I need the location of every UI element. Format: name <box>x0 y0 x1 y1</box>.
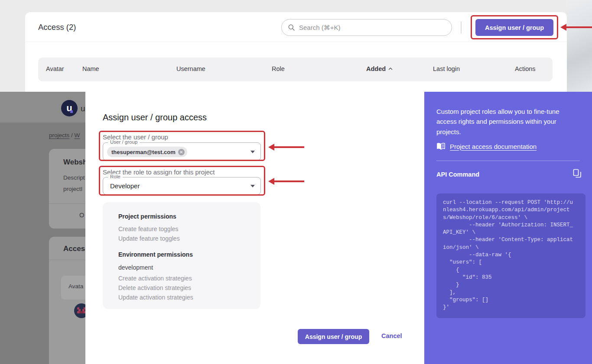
page: Access (2) Search (⌘+K) Assign user / gr… <box>0 0 592 364</box>
doc-link-row[interactable]: Project access documentation <box>436 142 537 150</box>
column-header-added-label: Added <box>366 65 386 72</box>
chevron-down-icon <box>250 185 255 187</box>
dimmed-projectid-text: projectI <box>63 186 82 192</box>
page-title: Access (2) <box>38 23 76 32</box>
sidebar-divider <box>436 161 580 161</box>
sort-ascending-icon <box>388 66 393 71</box>
copy-icon[interactable] <box>573 169 582 178</box>
search-input[interactable]: Search (⌘+K) <box>281 19 452 36</box>
column-header-added[interactable]: Added <box>366 65 393 72</box>
column-header-last-login[interactable]: Last login <box>433 65 460 72</box>
permission-item: Delete activation strategies <box>118 284 245 292</box>
environment-permissions-title: Environment permissions <box>118 251 245 258</box>
info-sidebar: Custom project roles allow you to fine-t… <box>424 92 592 364</box>
selected-user-chip[interactable]: thesuperman@test.com ✕ <box>107 147 187 157</box>
column-header-role[interactable]: Role <box>272 65 285 72</box>
api-command-code: curl --location --request POST 'http://u… <box>436 193 585 318</box>
dimmed-access-title: Acces <box>63 245 85 253</box>
header-divider <box>25 42 567 42</box>
column-header-username[interactable]: Username <box>176 65 205 72</box>
dimmed-project-title: Websh <box>63 158 87 167</box>
environment-name: development <box>118 264 245 271</box>
permission-item: Create feature toggles <box>118 225 245 233</box>
unleash-logo-icon: u <box>61 100 78 116</box>
chevron-down-icon <box>250 151 255 153</box>
column-header-name[interactable]: Name <box>82 65 99 72</box>
permission-item: Update feature toggles <box>118 235 245 242</box>
column-header-actions[interactable]: Actions <box>515 65 536 72</box>
cancel-button[interactable]: Cancel <box>381 332 402 339</box>
permission-item: Create activation strategies <box>118 274 245 282</box>
breadcrumb-projects: projects <box>49 132 69 139</box>
doc-link: Project access documentation <box>450 143 537 150</box>
search-icon <box>288 24 295 31</box>
access-page-section: Access (2) Search (⌘+K) Assign user / gr… <box>0 0 592 92</box>
breadcrumb-separator: / <box>71 132 73 139</box>
permissions-panel: Project permissions Create feature toggl… <box>103 202 260 309</box>
modal-title: Assign user / group access <box>103 113 207 122</box>
sidebar-description: Custom project roles allow you to fine-t… <box>436 106 580 137</box>
role-select[interactable]: Role Developer <box>103 177 261 195</box>
project-permissions-list: Create feature togglesUpdate feature tog… <box>118 225 245 242</box>
user-group-select[interactable]: User / group thesuperman@test.com ✕ <box>103 142 261 161</box>
book-icon <box>436 142 446 150</box>
role-selected-value: Developer <box>110 182 140 190</box>
selected-user-email: thesuperman@test.com <box>111 149 176 155</box>
background-texture <box>566 0 592 92</box>
toolbar-divider <box>461 22 462 33</box>
role-field-label: Role <box>108 174 123 179</box>
assign-submit-button[interactable]: Assign user / group <box>298 329 369 344</box>
dimmed-description-text: Descript <box>63 174 85 181</box>
assign-user-group-button[interactable]: Assign user / group <box>475 19 553 36</box>
avatar-identicon <box>77 307 79 309</box>
user-field-label: User / group <box>108 139 140 145</box>
access-table-header: Avatar Name Username Role Added Last log… <box>38 58 553 81</box>
dimmed-card-button: O <box>79 212 84 219</box>
column-header-avatar[interactable]: Avatar <box>46 65 64 72</box>
breadcrumb-project: W <box>75 132 80 139</box>
unleash-logo-accent <box>70 110 73 113</box>
dimmed-avatar-header: Avata <box>68 283 83 290</box>
permission-item: Update activation strategies <box>118 293 245 301</box>
assign-access-modal: Assign user / group access Select the us… <box>85 92 424 364</box>
api-command-title: API Command <box>436 171 479 178</box>
environment-permissions-list: Create activation strategiesDelete activ… <box>118 274 245 301</box>
breadcrumb: projects / W <box>49 132 80 139</box>
remove-user-icon[interactable]: ✕ <box>178 149 185 155</box>
search-placeholder: Search (⌘+K) <box>299 24 340 32</box>
project-permissions-title: Project permissions <box>118 213 245 220</box>
curl-command: curl --location --request POST 'http://u… <box>443 199 579 311</box>
